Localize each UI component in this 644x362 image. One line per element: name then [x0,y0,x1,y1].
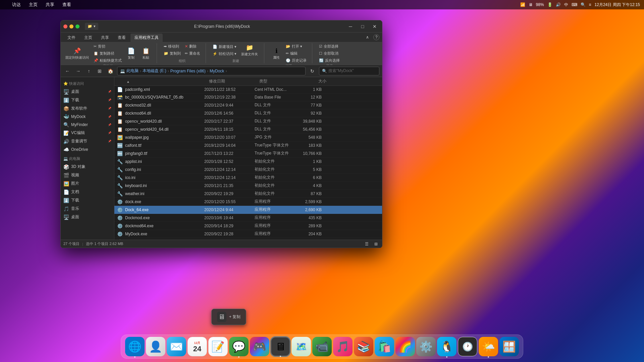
dock-item-appstore[interactable]: 🛍️ [375,337,394,356]
bc-mydock[interactable]: MyDock [210,69,224,73]
search-icon[interactable]: 🔍 [581,2,586,7]
dock-item-books[interactable]: 📚 [354,337,373,356]
file-row[interactable]: 📄 padconfig.xml 2020/11/22 18:52 Cent HT… [114,86,382,94]
file-row[interactable]: 🔧 config.ini 2020/12/24 12:14 初始化文件 5 KB [114,166,382,174]
col-size-header[interactable]: 大小 [300,78,326,84]
grid-view-button[interactable]: ⊞ [373,241,379,247]
breadcrumb[interactable]: 💻 此电脑 › 本地磁盘 (E:) › Program Files (x86) … [117,67,306,75]
bc-drive[interactable]: 本地磁盘 (E:) [143,68,166,74]
history-button[interactable]: 🕐 历史记录 [284,57,308,64]
dock-item-settings[interactable]: ⚙️ [416,337,436,356]
sidebar-item-pictures[interactable]: 🖼️ 图片 [61,179,114,188]
open-button[interactable]: 📂 打开 ▾ [284,43,308,50]
file-row[interactable]: 📋 opencv_world420_64.dll 2020/4/11 18:15… [114,125,382,133]
copy-to-button[interactable]: 📁 复制到 [162,50,182,57]
paste-shortcut-button[interactable]: 📌 粘贴快捷方式 [92,57,123,64]
edit-button[interactable]: ✏ 编辑 [284,50,308,57]
dock-item-photos[interactable]: 🌈 [395,337,415,356]
file-row[interactable]: 📋 dockmod32.dll 2020/12/24 9:44 DLL 文件 7… [114,101,382,109]
search-box[interactable]: 🔍 搜索"MyDock" [319,67,379,75]
file-row[interactable]: ⚙️ trayico.exe 2019/10/17 19:44 应用程序 248… [114,238,382,240]
new-item-button[interactable]: 📄 新建项目 ▾ [211,44,238,50]
select-none-button[interactable]: ☐ 全部取消 [318,50,341,57]
keyboard-icon[interactable]: ⌨ [572,2,577,7]
new-folder-button[interactable]: 📁 新建文件夹 [239,43,260,57]
file-row[interactable]: 🖼️ wallpaper.jpg 2020/12/20 10:07 JPG 文件… [114,133,382,141]
help-button[interactable]: ? [373,34,379,40]
up-button[interactable]: ↑ [85,67,93,75]
volume-icon[interactable]: 🔊 [556,2,561,7]
col-name-header[interactable]: ▲ [125,79,209,84]
sidebar-item-myfinder[interactable]: 🔍 MyFinder 📌 [61,121,114,129]
title-close-button[interactable]: ✕ [370,22,379,31]
dock-item-qq[interactable]: 🐧 [437,337,457,356]
bc-computer[interactable]: 此电脑 [126,68,139,74]
maximize-button[interactable] [75,24,79,28]
sidebar-item-3d[interactable]: 🎲 3D 对象 [61,163,114,171]
ribbon-tab-file[interactable]: 文件 [63,34,79,42]
file-row[interactable]: 🔧 keyboard.ini 2020/12/1 21:35 初始化文件 4 K… [114,182,382,190]
copy-button[interactable]: 📄 复制 [124,47,138,61]
sidebar-item-mydock[interactable]: 🐳 MyDock 📌 [61,113,114,121]
home-nav-button[interactable]: 🏠 [106,67,114,75]
ribbon-tab-apptool[interactable]: 应用程序工具 [130,34,163,42]
sidebar-item-documents[interactable]: 📄 文档 [61,188,114,196]
title-restore-button[interactable]: □ [358,22,367,31]
easy-access-button[interactable]: ⚡ 轻松访问 ▾ [211,51,238,57]
dock-item-music[interactable]: 🎵 [333,337,353,356]
select-all-button[interactable]: ☑ 全部选择 [318,43,341,50]
menu-view[interactable]: 查看 [61,1,72,8]
ribbon-tab-share[interactable]: 共享 [97,34,113,42]
sidebar-item-downloads2[interactable]: ⬇️ 下载 [61,196,114,204]
file-row[interactable]: 🔤 calfont.ttf 2019/12/29 14:04 TrueType … [114,141,382,149]
input-method[interactable]: 中 [564,2,568,8]
file-row[interactable]: 🔧 ico.ini 2020/12/24 12:14 初始化文件 6 KB [114,174,382,182]
copy-path-button[interactable]: 📋 复制路径 [92,50,123,57]
file-row[interactable]: 🔧 weather.ini 2020/9/22 19:29 初始化文件 87 K… [114,190,382,198]
forward-button[interactable]: → [74,67,82,75]
dock-item-messages[interactable]: 💬 [229,337,249,356]
ribbon-tab-home[interactable]: 主页 [80,34,96,42]
dock-item-facetime[interactable]: 📹 [312,337,332,356]
col-type-header[interactable]: 类型 [259,78,300,84]
ribbon-tab-view[interactable]: 查看 [114,34,130,42]
dock-item-weather[interactable]: 🌤️ [479,337,498,356]
dock-item-contacts[interactable]: 👤 [146,337,165,356]
sidebar-item-videos[interactable]: 🎬 视频 [61,171,114,179]
bc-program-files[interactable]: Program Files (x86) [170,69,206,73]
file-row[interactable]: 📋 opencv_world420.dll 2020/2/17 22:37 DL… [114,117,382,125]
pin-button[interactable]: 📌 固定到快速访问 [63,47,91,61]
dock-item-calendar[interactable]: 12月 24 [187,337,207,356]
wifi-icon[interactable]: 📶 [520,2,525,7]
sidebar-item-downloads[interactable]: ⬇️ 下载 📌 [61,96,114,104]
dock-item-clock[interactable]: 🕐 [458,337,477,356]
file-row[interactable]: 🗃️ bc_00000LVSQV3ARNLT_05.db 2020/12/19 … [114,94,382,101]
minimize-button[interactable] [69,24,73,28]
file-row[interactable]: 🔧 applist.ini 2020/1/28 12:52 初始化文件 1 KB [114,158,382,166]
sidebar-item-desktop[interactable]: 🖥️ 桌面 📌 [61,87,114,96]
dock-item-reminders[interactable]: 📝 [208,337,228,356]
refresh-button[interactable]: ↻ [308,67,316,75]
menu-home[interactable]: 主页 [28,1,39,8]
dock-item-edge[interactable]: 🌐 [125,337,145,356]
dock-item-gamecenter[interactable]: 🎮 [250,337,269,356]
dock-item-windows[interactable]: 🪟 [499,337,519,356]
dock-item-maps[interactable]: 🗺️ [291,337,311,356]
properties-button[interactable]: ℹ 属性 [270,47,283,61]
paste-button[interactable]: 📋 粘贴 [139,47,153,61]
rename-button[interactable]: ✏ 重命名 [183,50,202,57]
menu-share[interactable]: 共享 [44,1,56,8]
list-view-button[interactable]: ☰ [363,241,370,247]
back-button[interactable]: ← [63,67,71,75]
sidebar-item-volume[interactable]: 🔊 音量调节 📌 [61,137,114,145]
file-row[interactable]: ⚙️ Dock_64.exe 2020/12/24 9:44 应用程序 2,69… [114,206,382,214]
control-center-icon[interactable]: ≡ [589,2,591,7]
close-button[interactable] [63,24,67,28]
recent-button[interactable]: ⊞ [96,67,104,75]
move-to-button[interactable]: ➡ 移动到 [162,43,182,50]
sidebar-item-publish[interactable]: 📦 发布软件 📌 [61,104,114,113]
file-row[interactable]: ⚙️ MyDock.exe 2020/9/22 19:28 应用程序 204 K… [114,230,382,238]
display-icon[interactable]: 🖥 [529,2,533,7]
sidebar-item-desktop2[interactable]: 🖥️ 桌面 [61,213,114,221]
cut-button[interactable]: ✂ 剪切 [92,43,123,50]
